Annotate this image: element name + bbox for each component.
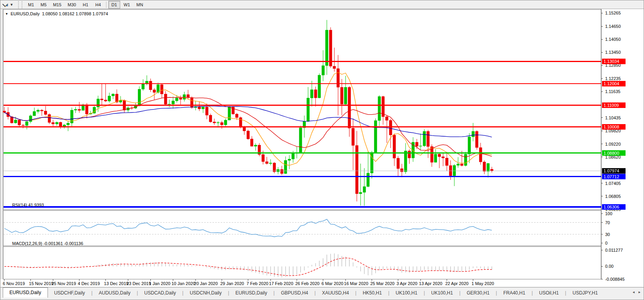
rsi-axis-label: 0 (605, 241, 607, 245)
time-axis-label: 25 Nov 2019 (51, 281, 76, 286)
chart-region: 1.152651.146501.140501.134501.128501.122… (0, 9, 644, 287)
time-axis-label: 7 Feb 2020 (247, 281, 269, 286)
svg-text:1.11009: 1.11009 (604, 103, 619, 108)
price-axis-label: 1.14650 (605, 24, 621, 29)
rsi-axis-label: 100 (605, 211, 612, 216)
time-axis-label: 10 Jan 2020 (172, 281, 196, 286)
tab-scroll-right-icon[interactable]: ▸ (639, 290, 640, 294)
chart-tab-UK100-H1[interactable]: UK100,H1 (425, 288, 459, 298)
dropdown-caret-icon: ▼ (10, 3, 13, 7)
chart-tab-EURUSD-Daily[interactable]: EURUSD,Daily (3, 287, 48, 298)
chart-title: ▼ EURUSD,Daily 1.08050 1.08162 1.07898 1… (5, 11, 108, 16)
timeframe-button-M1[interactable]: M1 (25, 1, 37, 9)
chart-tabs: EURUSD,DailyUSDCHF,Daily|AUDUSD,Daily|US… (3, 287, 604, 298)
time-axis-label: 26 Feb 2020 (295, 281, 320, 286)
timeframe-button-M15[interactable]: M15 (50, 1, 64, 9)
rsi-axis-label: 70 (605, 220, 610, 225)
time-axis-label: 22 Apr 2020 (445, 281, 468, 286)
svg-text:1.07974: 1.07974 (604, 168, 619, 173)
timeframe-button-D1[interactable]: D1 (108, 1, 120, 9)
timeframe-button-MN[interactable]: MN (134, 1, 146, 9)
chart-tab-FRA40-H1[interactable]: FRA40,H1 (497, 288, 532, 298)
chart-tab-USDCAD-Daily[interactable]: USDCAD,Daily (138, 288, 182, 298)
time-axis-label: 4 Dec 2019 (78, 281, 100, 286)
time-axis-label: 6 Mar 2020 (322, 281, 344, 286)
rsi-indicator-label: RSI(14) 41.9393 (12, 203, 44, 207)
price-axis-label: 1.07405 (605, 181, 621, 186)
chart-tab-USOil-H1[interactable]: USOil,H1 (533, 288, 565, 298)
price-axis-label: 1.10435 (605, 115, 621, 120)
time-axis-label: 20 Jan 2020 (194, 281, 218, 286)
time-axis-label: 16 Mar 2020 (344, 281, 368, 286)
time-axis-label: 1 Jan 2020 (149, 281, 170, 286)
price-axis-label: 1.12235 (605, 76, 621, 81)
rsi-axis-label: 30 (605, 232, 610, 237)
time-axis-label: 29 Jan 2020 (220, 281, 244, 286)
mt4-window: ▼ M1M5M15M30H1H4D1W1MN 1.152651.146501.1… (0, 0, 644, 300)
chart-tab-USDJPY-H1[interactable]: USDJPY,H1 (566, 288, 604, 298)
time-axis-label: 23 Dec 2019 (126, 281, 151, 286)
chart-tab-AUDUSD-Daily[interactable]: AUDUSD,Daily (93, 288, 137, 298)
price-axis-label: 1.09220 (605, 142, 621, 146)
chart-tab-GER30-H1[interactable]: GER30,H1 (461, 288, 496, 298)
timeframe-button-M30[interactable]: M30 (65, 1, 79, 9)
price-axis-label: 1.14050 (605, 37, 621, 42)
chart-tab-USDCHF-Daily[interactable]: USDCHF,Daily (48, 288, 91, 298)
top-toolbar: ▼ M1M5M15M30H1H4D1W1MN (0, 0, 644, 9)
time-axis-label: 13 Apr 2020 (419, 281, 442, 286)
macd-axis-label: 0.011277 (605, 248, 623, 252)
chart-tab-USDCNH-Daily[interactable]: USDCNH,Daily (183, 288, 228, 298)
svg-text:1.10008: 1.10008 (604, 124, 619, 129)
chart-tab-UK100-H1[interactable]: UK100,H1 (390, 288, 424, 298)
chart-symbol-title: EURUSD,Daily (11, 11, 40, 16)
svg-text:1.06306: 1.06306 (604, 205, 619, 209)
timeframe-button-H1[interactable]: H1 (80, 1, 91, 9)
timeframe-button-H4[interactable]: H4 (92, 1, 104, 9)
chart-quote-ohlc: 1.08050 1.08162 1.07898 1.07974 (42, 11, 108, 16)
svg-text:1.13034: 1.13034 (604, 59, 619, 64)
chart-tab-bar: EURUSD,DailyUSDCHF,Daily|AUDUSD,Daily|US… (0, 287, 644, 300)
time-axis-label: 25 Mar 2020 (370, 281, 395, 286)
timeframe-toolbar: M1M5M15M30H1H4D1W1MN (25, 0, 146, 9)
toolbar-grip[interactable] (18, 1, 22, 8)
tab-scroll-left-icon[interactable]: ◂ (633, 290, 635, 294)
time-axis-label: 3 Apr 2020 (397, 281, 417, 286)
chart-left-edge (0, 9, 3, 279)
svg-text:1.07712: 1.07712 (604, 174, 619, 179)
svg-text:1.08800: 1.08800 (604, 151, 619, 155)
toolbar-separator (106, 2, 106, 8)
macd-indicator-label: MACD(12,26,9) -0.001361 -0.001136 (12, 241, 83, 246)
time-axis-label: 1 May 2020 (472, 281, 494, 286)
macd-axis-label: 0.00 (605, 264, 613, 269)
chart-tab-GBPUSD-H4[interactable]: GBPUSD,H4 (274, 288, 314, 298)
chart-tab-EURUSD-Daily[interactable]: EURUSD,Daily (229, 288, 274, 298)
collapse-triangle-icon: ▼ (5, 12, 8, 16)
chart-tab-XAUUSD-H4[interactable]: XAUUSD,H4 (316, 288, 355, 298)
crosshair-tool-icon (3, 2, 8, 7)
time-axis-label: 15 Nov 2019 (29, 281, 53, 286)
crosshair-tool-button[interactable]: ▼ (1, 1, 15, 9)
chart-tab-HK50-H1[interactable]: HK50,H1 (357, 288, 388, 298)
price-axis-label: 1.06805 (605, 194, 621, 199)
price-axis-label: 1.15265 (605, 11, 621, 15)
price-axis-label: 1.11635 (605, 89, 620, 94)
time-axis-label: 6 Nov 2019 (3, 281, 25, 286)
price-axis-label: 1.13450 (605, 50, 621, 55)
timeframe-button-M5[interactable]: M5 (38, 1, 49, 9)
time-axis-label: 17 Feb 2020 (269, 281, 293, 286)
macd-axis-label: -0.008845 (605, 277, 625, 282)
chart-canvas[interactable]: 1.152651.146501.140501.134501.128501.122… (0, 9, 644, 287)
tab-scroll-arrows: ◂ ▸ (633, 290, 640, 294)
svg-text:1.12004: 1.12004 (604, 81, 619, 86)
time-axis-label: 13 Dec 2019 (104, 281, 128, 286)
timeframe-button-W1[interactable]: W1 (121, 1, 133, 9)
